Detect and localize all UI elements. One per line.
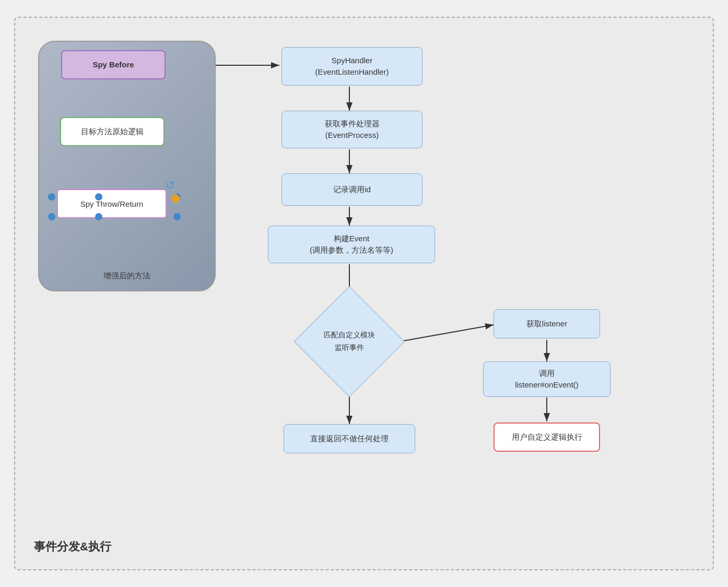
- spy-before-label: Spy Before: [92, 59, 134, 71]
- spy-before-box: Spy Before: [61, 50, 166, 79]
- dot-tc: [95, 193, 102, 201]
- build-event-line2: (调用参数，方法名等等): [310, 244, 393, 256]
- spy-handler-line1: SpyHandler: [315, 55, 389, 67]
- target-method-box: 目标方法原始逻辑: [60, 117, 165, 146]
- listener-box: 获取listener: [494, 309, 600, 338]
- refresh-icon: ↺: [166, 179, 175, 192]
- invoke-line2: listener#onEvent(): [515, 379, 579, 391]
- direct-return-label: 直接返回不做任何处理: [310, 433, 389, 445]
- record-id-label: 记录调用id: [333, 184, 371, 196]
- build-event-box: 构建Event (调用参数，方法名等等): [268, 226, 435, 263]
- diamond-text: 匹配自定义模块 监听事件: [324, 329, 375, 354]
- target-method-label: 目标方法原始逻辑: [81, 127, 144, 137]
- dot-tl: [48, 193, 55, 201]
- diagram-title: 事件分发&执行: [34, 539, 111, 555]
- svg-line-6: [400, 325, 494, 342]
- spy-handler-line2: (EventListenHandler): [315, 66, 389, 78]
- main-diagram: 增强后的方法 Spy Before 目标方法原始逻辑 Spy Throw/Ret…: [14, 17, 714, 570]
- direct-return-box: 直接返回不做任何处理: [284, 424, 415, 453]
- dot-bc: [95, 213, 102, 220]
- invoke-line1: 调用: [515, 368, 579, 380]
- event-process-line2: (EventProcess): [325, 130, 380, 142]
- spy-handler-box: SpyHandler (EventListenHandler): [281, 47, 422, 86]
- spy-throw-label: Spy Throw/Return: [80, 199, 144, 208]
- diamond-container: 匹配自定义模块 监听事件: [306, 298, 393, 385]
- enhanced-method-label: 增强后的方法: [103, 271, 150, 281]
- user-logic-box: 用户自定义逻辑执行: [494, 422, 600, 452]
- diamond-line1: 匹配自定义模块: [324, 329, 375, 342]
- diamond-line2: 监听事件: [324, 342, 375, 354]
- event-process-box: 获取事件处理器 (EventProcess): [281, 111, 422, 148]
- spy-throw-box: Spy Throw/Return: [57, 189, 167, 218]
- build-event-line1: 构建Event: [310, 233, 393, 245]
- invoke-box: 调用 listener#onEvent(): [483, 361, 610, 397]
- listener-label: 获取listener: [526, 318, 567, 330]
- record-id-box: 记录调用id: [281, 173, 422, 206]
- dot-mr: [173, 213, 181, 220]
- event-process-line1: 获取事件处理器: [325, 118, 380, 130]
- dot-ml: [48, 213, 55, 220]
- user-logic-label: 用户自定义逻辑执行: [512, 431, 582, 443]
